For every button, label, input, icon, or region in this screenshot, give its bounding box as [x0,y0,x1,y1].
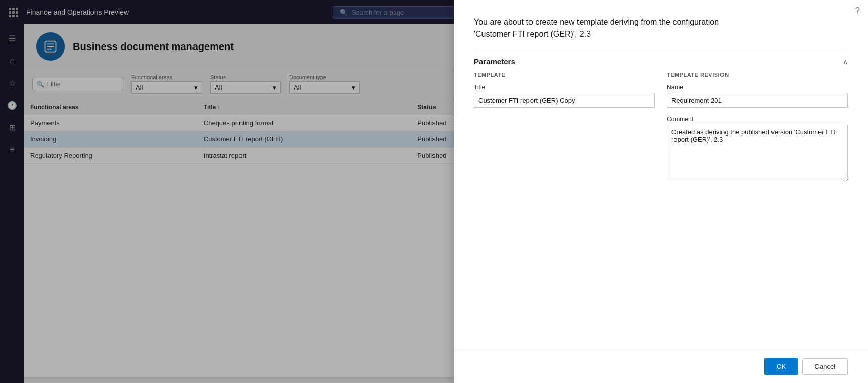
template-title-field: Title [474,84,655,108]
ok-button[interactable]: OK [764,358,798,375]
dialog-help-icon[interactable]: ? [855,6,860,15]
params-header: Parameters ∧ [474,49,848,72]
revision-name-label: Name [667,84,848,91]
cancel-button[interactable]: Cancel [802,358,848,375]
template-title-label: Title [474,84,655,91]
template-column-title: TEMPLATE [474,72,655,78]
params-section: Parameters ∧ TEMPLATE Title TEMPLATE REV… [454,49,868,350]
revision-comment-textarea[interactable]: Created as deriving the published versio… [667,125,848,180]
dialog-footer: OK Cancel [454,350,868,383]
revision-name-input[interactable] [667,93,848,108]
dialog-header-line1: You are about to create new template der… [474,18,719,26]
template-title-input[interactable] [474,93,655,108]
dialog-header-text: You are about to create new template der… [454,0,868,49]
params-columns: TEMPLATE Title TEMPLATE REVISION Name Co… [474,72,848,190]
template-revision-column-title: TEMPLATE REVISION [667,72,848,78]
params-collapse-button[interactable]: ∧ [843,58,848,66]
revision-comment-field: Comment Created as deriving the publishe… [667,116,848,182]
revision-comment-label: Comment [667,116,848,123]
dialog-header-line2: 'Customer FTI report (GER)', 2.3 [474,30,591,38]
template-revision-column: TEMPLATE REVISION Name Comment Created a… [667,72,848,190]
revision-name-field: Name [667,84,848,108]
dialog-panel: ? You are about to create new template d… [454,0,868,383]
params-title: Parameters [474,57,515,66]
template-column: TEMPLATE Title [474,72,655,190]
